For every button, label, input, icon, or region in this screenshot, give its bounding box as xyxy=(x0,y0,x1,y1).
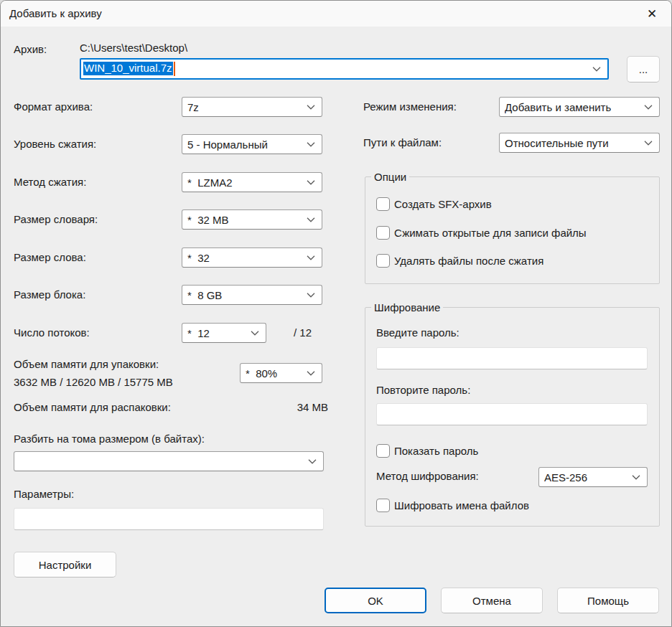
chevron-down-icon xyxy=(592,67,601,72)
chevron-down-icon xyxy=(307,142,315,148)
encryption-group-title: Шифрование xyxy=(371,301,443,315)
compression-method-select[interactable]: * LZMA2 xyxy=(182,172,322,192)
create-sfx-checkbox-label[interactable]: Создать SFX-архив xyxy=(394,198,492,210)
split-volumes-combobox[interactable] xyxy=(14,451,324,471)
archive-path: C:\Users\test\Desktop\ xyxy=(80,42,187,54)
compression-method-label: Метод сжатия: xyxy=(14,176,86,188)
show-password-checkbox[interactable] xyxy=(376,444,390,458)
split-volumes-label: Разбить на тома размером (в байтах): xyxy=(14,433,205,445)
archive-name-selected-text: WIN_10_virtual.7z xyxy=(83,62,175,76)
add-to-archive-dialog: Добавить к архиву ✕ Архив: C:\Users\test… xyxy=(0,0,672,627)
memory-usage-select[interactable]: * 80% xyxy=(240,363,322,383)
browse-button[interactable]: ... xyxy=(627,56,660,82)
threads-max: / 12 xyxy=(294,326,328,339)
archive-label: Архив: xyxy=(14,43,47,55)
text-caret xyxy=(174,62,175,76)
update-mode-label: Режим изменения: xyxy=(363,100,457,113)
chevron-down-icon xyxy=(307,105,315,110)
help-button[interactable]: Помощь xyxy=(557,588,659,613)
shared-files-checkbox-row: Сжимать открытые для записи файлы xyxy=(376,226,587,240)
window-title: Добавить к архиву xyxy=(9,1,102,27)
chevron-down-icon xyxy=(307,217,315,223)
compression-level-label: Уровень сжатия: xyxy=(14,138,96,150)
encrypt-filenames-checkbox-label[interactable]: Шифровать имена файлов xyxy=(394,499,529,512)
threads-select[interactable]: * 12 xyxy=(182,323,266,343)
memory-unpack-label: Объем памяти для распаковки: xyxy=(14,401,171,413)
delete-after-checkbox-row: Удалять файлы после сжатия xyxy=(376,254,543,268)
dictionary-size-label: Размер словаря: xyxy=(14,213,98,225)
compression-level-select[interactable]: 5 - Нормальный xyxy=(182,134,322,154)
title-bar: Добавить к архиву ✕ xyxy=(1,1,671,27)
chevron-down-icon xyxy=(307,255,315,261)
encryption-method-select[interactable]: AES-256 xyxy=(538,467,648,487)
repeat-password-input[interactable] xyxy=(376,403,648,425)
options-group-title: Опции xyxy=(371,170,409,184)
encryption-method-label: Метод шифрования: xyxy=(376,470,479,482)
memory-pack-label: Объем памяти для упаковки: xyxy=(14,358,159,370)
chevron-down-icon xyxy=(632,475,640,481)
parameters-label: Параметры: xyxy=(14,488,74,500)
dictionary-size-select[interactable]: * 32 MB xyxy=(182,209,322,230)
show-password-checkbox-label[interactable]: Показать пароль xyxy=(394,445,478,457)
update-mode-select[interactable]: Добавить и заменить xyxy=(499,97,660,117)
encryption-group: Шифрование Введите пароль: Повторите пар… xyxy=(365,307,660,527)
chevron-down-icon xyxy=(251,331,259,336)
format-label: Формат архива: xyxy=(14,100,93,113)
repeat-password-label: Повторите пароль: xyxy=(376,384,470,396)
block-size-label: Размер блока: xyxy=(14,288,85,301)
enter-password-label: Введите пароль: xyxy=(376,326,459,339)
archive-name-combobox[interactable]: WIN_10_virtual.7z xyxy=(80,58,609,80)
chevron-down-icon xyxy=(307,180,315,186)
password-input[interactable] xyxy=(376,347,648,369)
path-mode-select[interactable]: Относительные пути xyxy=(499,133,660,153)
sfx-checkbox-row: Создать SFX-архив xyxy=(376,197,492,211)
encrypt-names-row: Шифровать имена файлов xyxy=(376,499,529,512)
chevron-down-icon xyxy=(307,371,315,377)
chevron-down-icon xyxy=(644,141,653,146)
chevron-down-icon xyxy=(644,105,653,110)
show-password-row: Показать пароль xyxy=(376,444,478,458)
format-select[interactable]: 7z xyxy=(182,97,322,117)
memory-pack-detail: 3632 MB / 12620 MB / 15775 MB xyxy=(14,376,173,388)
parameters-input[interactable] xyxy=(14,508,324,530)
compress-shared-files-checkbox[interactable] xyxy=(376,226,390,240)
path-mode-label: Пути к файлам: xyxy=(363,136,442,148)
cancel-button[interactable]: Отмена xyxy=(441,588,543,613)
chevron-down-icon xyxy=(307,293,315,298)
ok-button[interactable]: OK xyxy=(325,588,426,613)
create-sfx-checkbox[interactable] xyxy=(376,197,390,211)
word-size-select[interactable]: * 32 xyxy=(182,248,322,268)
encrypt-filenames-checkbox[interactable] xyxy=(376,499,390,512)
close-button[interactable]: ✕ xyxy=(638,1,666,27)
compress-shared-files-checkbox-label[interactable]: Сжимать открытые для записи файлы xyxy=(394,227,587,239)
delete-after-compression-checkbox[interactable] xyxy=(376,254,390,268)
settings-button[interactable]: Настройки xyxy=(14,552,116,578)
block-size-select[interactable]: * 8 GB xyxy=(182,285,322,305)
delete-after-compression-checkbox-label[interactable]: Удалять файлы после сжатия xyxy=(394,255,543,267)
options-group: Опции Создать SFX-архив Сжимать открытые… xyxy=(365,176,660,284)
close-icon: ✕ xyxy=(647,6,657,22)
memory-unpack-value: 34 MB xyxy=(274,401,328,413)
word-size-label: Размер слова: xyxy=(14,251,86,263)
chevron-down-icon xyxy=(308,459,317,465)
threads-label: Число потоков: xyxy=(14,326,90,339)
